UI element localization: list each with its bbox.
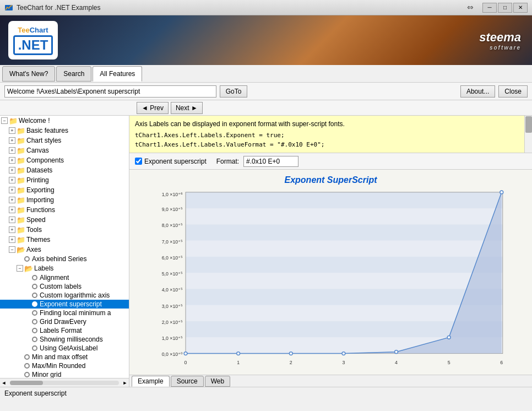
data-point xyxy=(500,191,503,194)
tree-item-importing[interactable]: + 📁 Importing xyxy=(0,195,129,205)
leaf-icon xyxy=(32,319,37,325)
maximize-button[interactable]: □ xyxy=(498,3,512,13)
tree-item-custom-labels[interactable]: Custom labels xyxy=(0,282,129,291)
expand-icon: + xyxy=(9,217,15,223)
tree-item-grid-draw[interactable]: Grid DrawEvery xyxy=(0,317,129,326)
top-toolbar: What's New? Search All Features xyxy=(0,65,532,83)
prev-button[interactable]: ◄ Prev xyxy=(137,102,169,114)
tree-item-labels[interactable]: − 📂 Labels xyxy=(0,263,129,273)
tree-item-tools[interactable]: + 📁 Tools xyxy=(0,225,129,235)
expand-icon: + xyxy=(9,187,15,193)
tree-label: Components xyxy=(26,156,64,164)
tree-item-speed[interactable]: + 📁 Speed xyxy=(0,215,129,225)
tree-label: Custom logarithmic axis xyxy=(40,291,110,299)
tree-item-exponent-superscript[interactable]: Exponent superscript xyxy=(0,300,129,309)
y-label: 0,0 ×10⁺⁰ xyxy=(162,351,183,357)
tree-item-printing[interactable]: + 📁 Printing xyxy=(0,175,129,185)
banner: Tee Chart .NET steema software xyxy=(0,15,532,65)
format-input[interactable] xyxy=(243,156,298,167)
tab-source[interactable]: Source xyxy=(171,376,204,387)
chart-svg: 0,0 ×10⁺⁰ 1,0 ×10⁺⁵ 2,0 ×10⁺⁵ 3,0 ×10⁺⁵ … xyxy=(135,190,526,367)
about-button[interactable]: About... xyxy=(460,85,495,98)
tree-label: Welcome ! xyxy=(19,117,50,125)
expand-icon: + xyxy=(9,147,15,154)
grid-stripe xyxy=(186,289,503,305)
tree-item-finding-local[interactable]: Finding local minimum a xyxy=(0,309,129,317)
leaf-icon xyxy=(24,256,30,262)
steema-name: steema xyxy=(479,30,521,45)
scroll-right-btn[interactable]: ► xyxy=(121,380,129,386)
tree-label: Canvas xyxy=(26,147,49,154)
tree-label: Basic features xyxy=(26,127,68,134)
grid-stripe xyxy=(186,208,503,224)
y-label: 9,0 ×10⁺⁵ xyxy=(162,207,183,212)
tree-label: Grid DrawEvery xyxy=(40,318,86,326)
horizontal-scrollbar[interactable]: ◄ ► xyxy=(0,378,129,387)
logo-net: .NET xyxy=(13,35,53,55)
tree-item-exporting[interactable]: + 📁 Exporting xyxy=(0,185,129,195)
tree-item-datasets[interactable]: + 📁 Datasets xyxy=(0,165,129,175)
tree-item-showing-milli[interactable]: Showing milliseconds xyxy=(0,335,129,344)
tab-search[interactable]: Search xyxy=(56,66,91,82)
folder-icon: 📁 xyxy=(17,215,25,224)
tree-label: Axes xyxy=(26,246,41,253)
tab-whats-new[interactable]: What's New? xyxy=(2,66,55,82)
x-label: 3 xyxy=(342,360,345,365)
expand-icon: − xyxy=(9,246,15,253)
leaf-icon xyxy=(24,363,30,369)
logo-box: Tee Chart .NET xyxy=(8,21,58,60)
y-label: 4,0 ×10⁺⁵ xyxy=(162,287,183,293)
expand-icon: − xyxy=(17,265,23,272)
folder-icon: 📁 xyxy=(17,235,25,244)
tree-item-functions[interactable]: + 📁 Functions xyxy=(0,205,129,215)
tree-item-labels-format[interactable]: Labels Format xyxy=(0,326,129,335)
tree-item-using-get[interactable]: Using GetAxisLabel xyxy=(0,344,129,353)
tree-view[interactable]: − 📁 Welcome ! + 📁 Basic features + 📁 Cha… xyxy=(0,116,129,378)
scroll-thumb[interactable] xyxy=(10,381,43,385)
tree-item-max-min-rounded[interactable]: Max/Min Rounded xyxy=(0,361,129,370)
tree-item-welcome[interactable]: − 📁 Welcome ! xyxy=(0,116,129,126)
tree-item-themes[interactable]: + 📁 Themes xyxy=(0,235,129,245)
expand-icon: + xyxy=(9,137,15,144)
folder-icon: 📁 xyxy=(17,225,25,234)
tree-item-canvas[interactable]: + 📁 Canvas xyxy=(0,145,129,155)
goto-button[interactable]: GoTo xyxy=(220,85,248,98)
desc-code1: tChart1.Axes.Left.Labels.Exponent = true… xyxy=(135,131,526,140)
close-button[interactable]: Close xyxy=(498,85,528,98)
tab-web[interactable]: Web xyxy=(205,376,230,387)
desc-line1: Axis Labels can be displayed in exponent… xyxy=(135,119,526,129)
tree-item-axis-behind[interactable]: Axis behind Series xyxy=(0,255,129,263)
expand-icon: + xyxy=(9,226,15,233)
tab-example[interactable]: Example xyxy=(132,376,170,387)
grid-stripe xyxy=(186,241,503,257)
tree-item-components[interactable]: + 📁 Components xyxy=(0,155,129,165)
scroll-left-btn[interactable]: ◄ xyxy=(0,380,8,386)
tree-item-alignment[interactable]: Alignment xyxy=(0,273,129,282)
next-button[interactable]: Next ► xyxy=(171,102,203,114)
window-title: TeeChart for .NET Examples xyxy=(17,4,465,12)
expand-icon: + xyxy=(9,127,15,134)
tree-item-custom-log[interactable]: Custom logarithmic axis xyxy=(0,291,129,300)
right-panel: Axis Labels can be displayed in exponent… xyxy=(129,116,532,387)
tree-label: Using GetAxisLabel xyxy=(40,344,97,352)
prev-next-bar: ◄ Prev Next ► xyxy=(0,100,532,116)
exponent-label[interactable]: Exponent superscript xyxy=(144,158,207,165)
tree-item-axes[interactable]: − 📂 Axes xyxy=(0,245,129,255)
minimize-button[interactable]: ─ xyxy=(482,3,497,13)
tree-item-basic-features[interactable]: + 📁 Basic features xyxy=(0,126,129,136)
desc-scrollbar[interactable] xyxy=(524,116,532,153)
description-area: Axis Labels can be displayed in exponent… xyxy=(129,116,532,153)
path-input[interactable] xyxy=(4,85,216,98)
data-point xyxy=(289,352,292,355)
tab-all-features[interactable]: All Features xyxy=(93,66,142,82)
tree-item-minor-grid[interactable]: Minor grid xyxy=(0,370,129,378)
exponent-checkbox[interactable] xyxy=(135,158,142,165)
close-window-button[interactable]: ✕ xyxy=(513,3,528,13)
expand-icon: + xyxy=(9,177,15,183)
y-label: 6,0 ×10⁺⁵ xyxy=(162,255,183,261)
status-bar: Exponent superscript xyxy=(0,387,532,399)
tree-item-chart-styles[interactable]: + 📁 Chart styles xyxy=(0,136,129,145)
folder-icon: 📁 xyxy=(9,116,18,125)
logo-tee: Tee xyxy=(18,26,29,34)
tree-item-min-max[interactable]: Min and max offset xyxy=(0,353,129,361)
